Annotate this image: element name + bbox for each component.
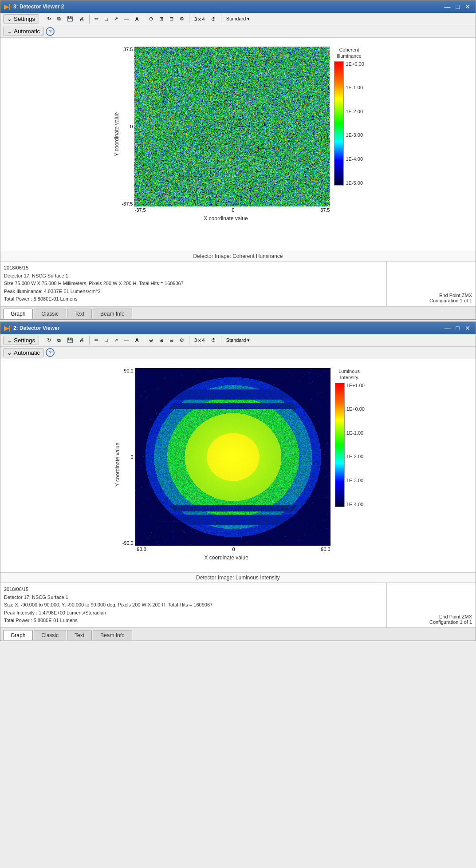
- sep5: [221, 15, 221, 24]
- info-line4-1: Total Power : 5.8080E-01 Lumens: [4, 295, 383, 303]
- tab-text-1[interactable]: Text: [67, 309, 92, 319]
- info-config-1: Configuration 1 of 1: [390, 298, 472, 303]
- tab-graph-1[interactable]: Graph: [3, 309, 33, 319]
- rect-btn-2[interactable]: □: [102, 336, 110, 344]
- title-bar-buttons-2: — □ ✕: [443, 325, 472, 331]
- minimize-btn-1[interactable]: —: [443, 4, 452, 10]
- sep4: [189, 15, 189, 24]
- plot-area-1: Y coordinate value 37.5 0 -37.5: [0, 38, 476, 251]
- cb-label-1-6: 1E-5.00: [346, 180, 364, 186]
- minimize-btn-2[interactable]: —: [443, 325, 452, 331]
- grid1-btn-1[interactable]: ⊞: [157, 15, 165, 23]
- info-right-1: End Point.ZMX Configuration 1 of 1: [387, 262, 476, 306]
- x-axis-label-1: X coordinate value: [204, 215, 248, 222]
- sep8: [144, 336, 144, 345]
- cb-label-2-6: 1E-4.00: [346, 502, 365, 507]
- help-btn-2[interactable]: ?: [46, 348, 55, 357]
- grid1-btn-2[interactable]: ⊞: [157, 336, 165, 345]
- zoom-btn-2[interactable]: ⊕: [147, 336, 155, 345]
- plot-main-2: 90.0 0 -90.0 -90.0 0 90.0: [122, 368, 330, 561]
- line-btn-2[interactable]: —: [122, 336, 131, 344]
- window-detector-viewer-2: ▶| 3: Detector Viewer 2 — □ ✕ ⌄ Settings…: [0, 0, 476, 320]
- line-btn-1[interactable]: —: [122, 15, 131, 23]
- settings-button-1[interactable]: ⌄ Settings: [3, 14, 39, 24]
- info-panel-2: 2018/06/15 Detector 17, NSCG Surface 1: …: [0, 583, 476, 628]
- tab-beaminfo-1[interactable]: Beam Info: [93, 309, 132, 319]
- y-tick-min-2: -90.0: [122, 540, 134, 546]
- settings2-btn-2[interactable]: ⚙: [177, 336, 186, 345]
- info-line2-1: Size 75.000 W X 75.000 H Millimeters, Pi…: [4, 280, 383, 288]
- cb-label-1-3: 1E-2.00: [346, 109, 364, 114]
- run-btn-1[interactable]: ⏱: [209, 15, 218, 23]
- cb-label-2-2: 1E+0.00: [346, 406, 365, 412]
- tab-classic-1[interactable]: Classic: [34, 309, 66, 319]
- run-btn-2[interactable]: ⏱: [209, 336, 218, 344]
- print-btn-2[interactable]: 🖨: [77, 336, 87, 344]
- textA-btn-2[interactable]: A: [133, 336, 141, 344]
- copy-btn-1[interactable]: ⧉: [55, 15, 63, 23]
- refresh-btn-2[interactable]: ↻: [45, 336, 53, 345]
- textA-btn-1[interactable]: A: [133, 15, 141, 23]
- auto-btn-1[interactable]: ⌄ Automatic: [3, 27, 44, 36]
- cb-label-2-3: 1E-1.00: [346, 430, 365, 436]
- settings-button-2[interactable]: ⌄ Settings: [3, 336, 39, 345]
- standard-btn-2[interactable]: Standard ▾: [224, 336, 252, 345]
- plot-main-1: 37.5 0 -37.5 -37.5 0 37.5: [122, 47, 330, 222]
- cb-label-2-4: 1E-2.00: [346, 454, 365, 459]
- copy-btn-2[interactable]: ⧉: [55, 336, 63, 345]
- standard-label-1: Standard: [226, 16, 246, 21]
- x-axis-label-2: X coordinate value: [204, 555, 248, 561]
- title-bar-1: ▶| 3: Detector Viewer 2 — □ ✕: [0, 0, 476, 13]
- arrow-btn-1[interactable]: ↗: [112, 15, 120, 23]
- grid2-btn-1[interactable]: ⊟: [167, 15, 176, 23]
- tab-graph-2[interactable]: Graph: [3, 630, 33, 640]
- restore-btn-1[interactable]: □: [454, 4, 461, 10]
- tab-classic-2[interactable]: Classic: [34, 630, 66, 640]
- auto-label-2: Automatic: [14, 349, 40, 356]
- sep3: [144, 15, 144, 24]
- colorbar-canvas-2: [335, 383, 345, 507]
- arrow-btn-2[interactable]: ↗: [112, 336, 120, 345]
- pencil-btn-1[interactable]: ✏: [92, 15, 101, 23]
- info-line4-2: Total Power : 5.8080E-01 Lumens: [4, 617, 383, 625]
- info-config-2: Configuration 1 of 1: [390, 619, 472, 625]
- info-bar-1: Detector Image: Coherent Illuminance: [0, 251, 476, 262]
- close-btn-2[interactable]: ✕: [463, 325, 472, 331]
- settings-chevron-icon-1: ⌄: [7, 16, 12, 22]
- refresh-btn-1[interactable]: ↻: [45, 15, 53, 23]
- layout-btn-1[interactable]: 3 x 4: [192, 15, 207, 23]
- window-detector-viewer: ▶| 2: Detector Viewer — □ ✕ ⌄ Settings ↻…: [0, 321, 476, 641]
- sep1: [42, 15, 42, 24]
- info-bar-2: Detector Image: Luminous Intensity: [0, 572, 476, 583]
- colorbar-1: CoherentIlluminance 1E+0.00 1E-1.00 1E-2…: [334, 47, 364, 222]
- cb-label-2-5: 1E-3.00: [346, 478, 365, 483]
- standard-btn-1[interactable]: Standard ▾: [224, 15, 252, 23]
- settings2-btn-1[interactable]: ⚙: [177, 15, 186, 23]
- window-title-2: 2: Detector Viewer: [13, 325, 60, 331]
- tab-beaminfo-2[interactable]: Beam Info: [93, 630, 132, 640]
- info-line2-2: Size X: -90.000 to 90.000, Y: -90.000 to…: [4, 601, 383, 609]
- close-btn-1[interactable]: ✕: [463, 4, 472, 10]
- plot-area-2: Y coordinate value 90.0 0 -90.0: [0, 359, 476, 572]
- zoom-btn-1[interactable]: ⊕: [147, 15, 155, 23]
- print-btn-1[interactable]: 🖨: [77, 15, 87, 23]
- x-tick-mid-1: 0: [232, 207, 234, 213]
- y-tick-mid-1: 0: [130, 124, 133, 129]
- save-btn-2[interactable]: 💾: [65, 336, 75, 345]
- help-btn-1[interactable]: ?: [46, 27, 55, 36]
- rect-btn-1[interactable]: □: [102, 15, 110, 23]
- pencil-btn-2[interactable]: ✏: [92, 336, 101, 345]
- restore-btn-2[interactable]: □: [454, 325, 461, 331]
- window-icon-1: ▶|: [4, 3, 11, 10]
- info-date-2: 2018/06/15: [4, 586, 383, 594]
- grid2-btn-2[interactable]: ⊟: [167, 336, 176, 345]
- tab-text-2[interactable]: Text: [67, 630, 92, 640]
- plot-container-2: Y coordinate value 90.0 0 -90.0: [113, 368, 364, 561]
- sep2: [89, 15, 90, 24]
- layout-btn-2[interactable]: 3 x 4: [192, 336, 207, 344]
- auto-btn-2[interactable]: ⌄ Automatic: [3, 348, 44, 357]
- save-btn-1[interactable]: 💾: [65, 15, 75, 23]
- tab-bar-1: Graph Classic Text Beam Info: [0, 306, 476, 319]
- info-line3-1: Peak Illuminance: 4.0387E-01 Lumens/cm^2: [4, 288, 383, 296]
- info-right-2: End Point.ZMX Configuration 1 of 1: [387, 583, 476, 627]
